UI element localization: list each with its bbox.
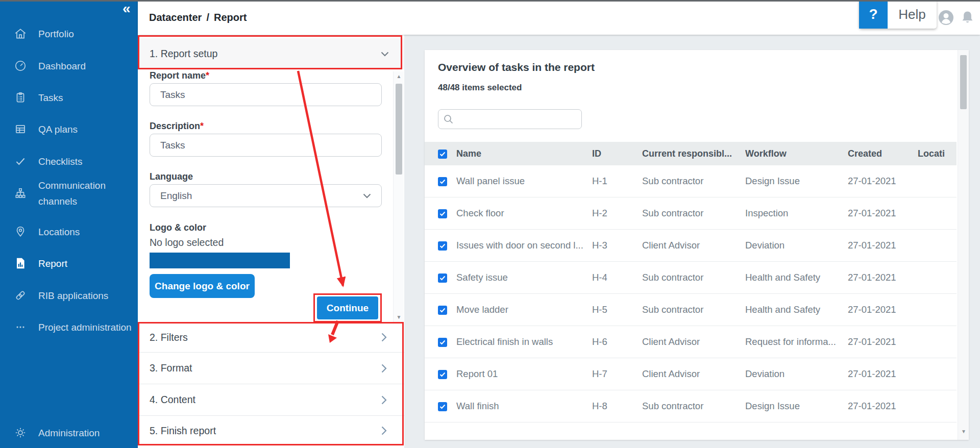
cell-workflow: Inspection — [745, 208, 848, 219]
row-checkbox[interactable] — [438, 402, 447, 411]
step-label: 3. Format — [150, 362, 192, 374]
scroll-up-arrow-icon[interactable]: ▲ — [394, 72, 404, 81]
tasks-overview-panel: Overview of tasks in the report 48/48 it… — [425, 50, 969, 440]
sidebar-collapse-icon[interactable]: « — [122, 1, 131, 16]
cell-id: H-7 — [592, 368, 642, 380]
column-header-location[interactable]: Locati — [918, 148, 957, 159]
form-scrollbar[interactable]: ▲ ▼ — [393, 71, 404, 322]
scroll-down-arrow-icon[interactable]: ▼ — [394, 313, 404, 321]
table-row: Wall panel issueH-1Sub contractorDesign … — [425, 165, 957, 197]
cell-name: Safety issue — [456, 272, 592, 283]
chevron-right-icon — [381, 364, 387, 373]
grid-table-icon — [13, 122, 28, 136]
sidebar-item-label: RIB applications — [38, 288, 108, 304]
table-row: Wall finishH-8Sub contractorDesign Issue… — [425, 390, 957, 422]
sidebar-item-label: Dashboard — [38, 58, 86, 74]
logo-color-label: Logo & color — [150, 222, 206, 233]
column-header-workflow[interactable]: Workflow — [745, 148, 848, 159]
table-scrollbar[interactable]: ▼ — [958, 50, 969, 440]
sidebar-item-administration[interactable]: Administration — [0, 424, 138, 442]
report-chart-icon — [13, 256, 28, 270]
sidebar-item-label: Portfolio — [38, 26, 74, 42]
report-name-input[interactable] — [150, 83, 382, 106]
continue-button[interactable]: Continue — [317, 296, 378, 319]
search-icon — [444, 114, 453, 124]
chevron-down-icon — [363, 193, 371, 198]
sidebar-item-tasks[interactable]: Tasks — [0, 88, 138, 107]
help-button[interactable]: ? Help — [859, 0, 937, 29]
sidebar-item-qa-plans[interactable]: QA plans — [0, 120, 138, 138]
row-checkbox[interactable] — [438, 370, 447, 379]
sidebar-item-project-administration[interactable]: Project administration — [0, 318, 138, 336]
sidebar-item-label: Locations — [38, 224, 80, 240]
sidebar-item-dashboard[interactable]: Dashboard — [0, 57, 138, 75]
cell-workflow: Request for informa... — [745, 336, 848, 347]
accordion-step-1-title: 1. Report setup — [150, 48, 217, 60]
table-header-row: Name ID Current responsibl... Workflow C… — [425, 142, 957, 165]
cell-id: H-5 — [592, 304, 642, 315]
sidebar-item-rib-applications[interactable]: RIB applications — [0, 286, 138, 305]
cell-workflow: Deviation — [745, 368, 848, 380]
table-row: Safety issueH-4Sub contractorHealth and … — [425, 262, 957, 294]
row-checkbox[interactable] — [438, 209, 447, 218]
sidebar-item-label: Project administration — [38, 319, 132, 335]
sidebar-item-locations[interactable]: Locations — [0, 222, 138, 241]
breadcrumb-root[interactable]: Datacenter — [149, 12, 202, 23]
sidebar-item-communication-channels[interactable]: Communication channels — [0, 177, 138, 210]
chevron-down-icon — [381, 52, 389, 57]
sidebar-item-checklists[interactable]: Checklists — [0, 152, 138, 170]
cell-id: H-3 — [592, 240, 642, 251]
column-header-name[interactable]: Name — [456, 148, 592, 159]
cell-name: Check floor — [456, 208, 592, 219]
language-select[interactable]: English — [150, 184, 382, 207]
cell-created: 27-01-2021 — [848, 176, 918, 187]
cell-name: Move ladder — [456, 304, 592, 315]
chevron-right-icon — [381, 395, 387, 405]
search-input[interactable] — [438, 109, 582, 129]
sidebar-item-label: Checklists — [38, 154, 83, 169]
description-input[interactable] — [150, 134, 382, 157]
column-header-responsible[interactable]: Current responsibl... — [642, 148, 745, 159]
row-checkbox[interactable] — [438, 306, 447, 315]
notification-bell-icon[interactable] — [960, 10, 975, 25]
scroll-down-arrow-icon[interactable]: ▼ — [958, 428, 969, 436]
accordion-step-4-content[interactable]: 4. Content — [138, 384, 404, 416]
table-row: Electrical finish in wallsH-6Client Advi… — [425, 326, 957, 358]
accordion-step-2-filters[interactable]: 2. Filters — [138, 322, 404, 353]
required-asterisk: * — [206, 70, 209, 81]
sidebar-item-report[interactable]: Report — [0, 254, 138, 272]
row-checkbox[interactable] — [438, 338, 447, 347]
step-label: 2. Filters — [150, 332, 188, 343]
sidebar-item-label: Tasks — [38, 90, 63, 106]
sidebar: « PortfolioDashboardTasksQA plansCheckli… — [0, 0, 138, 448]
table-row: Report 01H-7Client AdvisorDeviation27-01… — [425, 358, 957, 390]
cell-created: 27-01-2021 — [848, 240, 918, 251]
accordion-step-1-header[interactable]: 1. Report setup — [138, 38, 404, 69]
change-logo-color-button[interactable]: Change logo & color — [150, 274, 255, 298]
report-setup-panel: 1. Report setup Report name* Description… — [138, 35, 404, 448]
description-label: Description* — [150, 121, 204, 132]
column-header-id[interactable]: ID — [592, 148, 642, 159]
select-all-checkbox[interactable] — [438, 150, 447, 159]
cell-name: Report 01 — [456, 368, 592, 380]
scrollbar-thumb[interactable] — [960, 55, 967, 109]
accordion-step-3-format[interactable]: 3. Format — [138, 353, 404, 384]
cell-responsible: Sub contractor — [642, 272, 745, 283]
checkmark-icon — [13, 154, 28, 168]
topbar-icons — [938, 0, 975, 35]
row-checkbox[interactable] — [438, 241, 447, 251]
clipboard-icon — [13, 90, 28, 105]
accordion-step-5-finish-report[interactable]: 5. Finish report — [138, 416, 404, 445]
row-checkbox[interactable] — [438, 177, 447, 186]
overview-title: Overview of tasks in the report — [438, 61, 595, 73]
user-avatar-icon[interactable] — [938, 10, 954, 26]
scrollbar-thumb[interactable] — [396, 84, 402, 175]
chain-link-icon — [13, 288, 28, 303]
gear-icon — [13, 426, 28, 440]
cell-name: Electrical finish in walls — [456, 336, 592, 347]
sidebar-item-portfolio[interactable]: Portfolio — [0, 24, 138, 43]
app-root: « PortfolioDashboardTasksQA plansCheckli… — [0, 0, 980, 448]
breadcrumb-separator: / — [206, 12, 209, 23]
column-header-created[interactable]: Created — [848, 148, 918, 159]
row-checkbox[interactable] — [438, 273, 447, 283]
